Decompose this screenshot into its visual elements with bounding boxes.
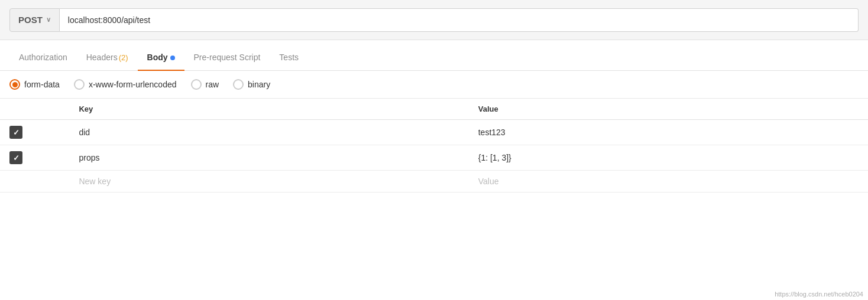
radio-form-data[interactable]: form-data	[9, 79, 60, 90]
radio-binary[interactable]: binary	[233, 79, 270, 90]
new-key-placeholder: New key	[79, 177, 111, 186]
method-label: POST	[18, 15, 43, 25]
method-selector[interactable]: POST ∨	[9, 8, 60, 32]
radio-x-www-form-urlencoded[interactable]: x-www-form-urlencoded	[74, 79, 177, 90]
table-row-new: New key Value	[0, 171, 868, 193]
tab-headers[interactable]: Headers(2)	[77, 44, 138, 70]
radio-raw[interactable]: raw	[191, 79, 219, 90]
radio-circle-raw	[191, 79, 202, 90]
value-cell: {1: [1, 3]}	[469, 145, 868, 171]
row-check-cell-empty	[0, 171, 69, 193]
new-value-cell[interactable]: Value	[469, 171, 868, 193]
col-header-key: Key	[69, 99, 468, 120]
value-cell: test123	[469, 120, 868, 145]
body-dot-indicator	[170, 56, 175, 60]
tab-pre-request-script[interactable]: Pre-request Script	[184, 44, 270, 70]
new-value-placeholder: Value	[478, 177, 499, 186]
checkbox-checked[interactable]: ✓	[9, 126, 22, 139]
col-header-check	[0, 99, 69, 120]
radio-circle-form-data	[9, 79, 20, 90]
form-data-table: Key Value ✓ did test123 ✓ props {1: [1, …	[0, 99, 868, 193]
url-input[interactable]	[60, 8, 859, 32]
new-key-cell[interactable]: New key	[69, 171, 468, 193]
headers-badge: (2)	[119, 53, 128, 62]
table-row: ✓ props {1: [1, 3]}	[0, 145, 868, 171]
tabs-bar: Authorization Headers(2) Body Pre-reques…	[0, 40, 868, 71]
col-header-value: Value	[469, 99, 868, 120]
tab-body[interactable]: Body	[138, 44, 184, 70]
radio-circle-binary	[233, 79, 244, 90]
tab-authorization[interactable]: Authorization	[9, 44, 77, 70]
checkbox-checked[interactable]: ✓	[9, 151, 22, 164]
table-row: ✓ did test123	[0, 120, 868, 145]
key-cell: did	[69, 120, 468, 145]
url-bar: POST ∨	[0, 0, 868, 40]
row-check-cell: ✓	[0, 145, 69, 171]
tab-tests[interactable]: Tests	[270, 44, 308, 70]
row-check-cell: ✓	[0, 120, 69, 145]
key-cell: props	[69, 145, 468, 171]
radio-circle-x-www	[74, 79, 85, 90]
chevron-down-icon: ∨	[46, 16, 51, 24]
body-type-bar: form-data x-www-form-urlencoded raw bina…	[0, 71, 868, 99]
